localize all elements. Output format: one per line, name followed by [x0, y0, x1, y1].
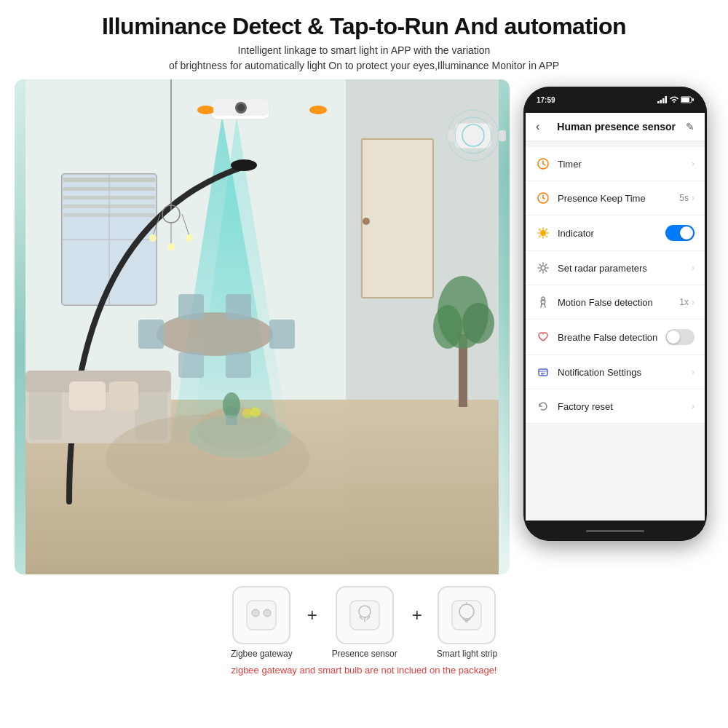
svg-rect-64 [657, 101, 660, 103]
svg-line-85 [539, 236, 541, 237]
svg-rect-42 [109, 381, 138, 411]
svg-rect-17 [63, 187, 155, 191]
svg-rect-56 [455, 123, 491, 149]
radar-label: Set radar parameters [558, 263, 692, 274]
svg-rect-34 [226, 294, 251, 320]
phone-status-bar: 17:59 [523, 87, 707, 113]
svg-point-63 [189, 414, 291, 458]
svg-rect-35 [178, 352, 204, 378]
menu-item-radar[interactable]: Set radar parameters › [526, 251, 705, 285]
plus-2: + [412, 605, 422, 625]
svg-point-95 [252, 609, 259, 617]
app-title: Human presence sensor [547, 121, 686, 132]
phone-notch [575, 87, 655, 106]
home-indicator[interactable] [586, 530, 644, 532]
phone-body: 17:59 [523, 87, 707, 541]
back-button[interactable]: ‹ [536, 120, 539, 133]
product-presence-sensor: Presence sensor [332, 586, 397, 659]
sensor-illustration [347, 597, 383, 633]
svg-line-83 [546, 236, 547, 237]
indicator-icon [536, 226, 550, 240]
breathe-icon [536, 330, 550, 344]
svg-point-54 [433, 305, 462, 349]
svg-point-28 [167, 243, 175, 250]
notification-label: Notification Settings [558, 367, 692, 378]
svg-rect-66 [662, 98, 665, 103]
indicator-label: Indicator [558, 228, 665, 239]
svg-rect-50 [362, 139, 433, 298]
zigbee-gateway-box [232, 586, 290, 644]
svg-point-11 [237, 104, 245, 111]
battery-icon [681, 96, 694, 103]
timer-arrow: › [692, 159, 695, 169]
breathe-toggle[interactable] [665, 329, 695, 345]
svg-rect-90 [539, 369, 547, 376]
menu-item-presence-keep[interactable]: Presence Keep Time 5s › [526, 181, 705, 215]
motion-false-value: 1x [679, 297, 689, 307]
radar-gear-icon [536, 261, 550, 275]
menu-item-notification[interactable]: Notification Settings › [526, 355, 705, 389]
svg-rect-69 [681, 98, 689, 102]
svg-rect-97 [350, 601, 379, 630]
menu-item-motion-false[interactable]: Motion False detection 1x › [526, 285, 705, 320]
svg-rect-32 [269, 320, 295, 349]
svg-point-30 [157, 312, 273, 356]
svg-line-76 [543, 198, 545, 199]
phone-mockup: 17:59 [517, 79, 713, 574]
svg-rect-65 [660, 100, 662, 103]
timer-label: Timer [558, 159, 692, 170]
disclaimer-text: zigbee gateway and smart bulb are not in… [232, 665, 497, 676]
motion-icon [536, 295, 550, 309]
menu-item-breathe-false[interactable]: Breathe False detection [526, 320, 705, 355]
products-row: Zigbee gateway + Presence sensor + [231, 586, 497, 659]
smart-light-label: Smart light strip [437, 649, 497, 659]
svg-rect-102 [452, 601, 481, 630]
svg-rect-16 [63, 178, 155, 182]
phone-status-icons [657, 96, 694, 103]
page-title: Illuminance Detect & Tap-to-Run And auto… [15, 13, 713, 40]
svg-point-8 [309, 106, 327, 114]
bulb-illustration [448, 597, 485, 633]
motion-false-arrow: › [692, 297, 695, 307]
svg-point-27 [149, 234, 157, 242]
menu-item-timer[interactable]: Timer › [526, 147, 705, 181]
factory-reset-icon [536, 399, 550, 414]
svg-rect-41 [69, 381, 106, 411]
svg-point-7 [197, 106, 215, 114]
breathe-false-label: Breathe False detection [558, 332, 665, 343]
svg-rect-61 [499, 130, 506, 141]
svg-point-29 [186, 234, 193, 242]
factory-reset-label: Factory reset [558, 401, 692, 412]
notification-icon [536, 365, 550, 379]
presence-keep-label: Presence Keep Time [558, 193, 679, 204]
svg-line-73 [543, 164, 545, 165]
app-header: ‹ Human presence sensor ✎ [526, 113, 705, 141]
radar-arrow: › [692, 263, 695, 273]
svg-rect-31 [138, 320, 164, 349]
page-subtitle: Intelligent linkage to smart light in AP… [15, 43, 713, 74]
gateway-illustration [243, 597, 280, 633]
menu-item-indicator[interactable]: Indicator [526, 215, 705, 251]
svg-rect-70 [692, 98, 694, 101]
bottom-section: Zigbee gateway + Presence sensor + [0, 574, 728, 683]
page-header: Illuminance Detect & Tap-to-Run And auto… [0, 0, 728, 79]
menu-item-factory-reset[interactable]: Factory reset › [526, 389, 705, 424]
svg-point-51 [363, 218, 370, 225]
svg-point-87 [542, 297, 545, 300]
svg-point-21 [231, 159, 257, 171]
svg-line-88 [541, 304, 542, 307]
wifi-icon [670, 96, 678, 103]
edit-icon[interactable]: ✎ [686, 121, 695, 132]
menu-list: Timer › Presence Keep Time [526, 147, 705, 424]
smart-light-box [438, 586, 496, 644]
svg-rect-38 [29, 389, 62, 440]
phone-time: 17:59 [537, 96, 555, 104]
svg-line-84 [546, 229, 547, 231]
room-scene [15, 79, 510, 574]
svg-point-55 [462, 303, 494, 344]
factory-reset-arrow: › [692, 401, 695, 411]
svg-rect-18 [63, 196, 155, 199]
svg-rect-36 [226, 352, 251, 378]
presence-keep-arrow: › [692, 193, 695, 203]
indicator-toggle[interactable] [665, 225, 695, 241]
